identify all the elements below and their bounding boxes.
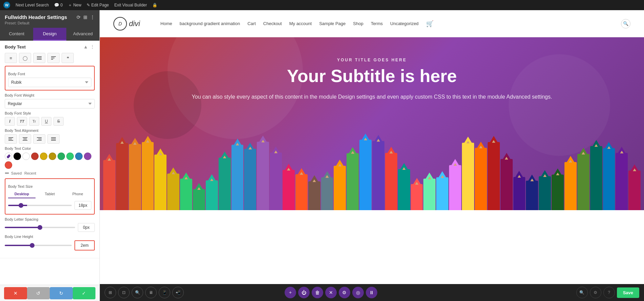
- panel-header-icons: ⟳ ⊞ ⋮: [76, 15, 95, 20]
- nav-home[interactable]: Home: [160, 21, 172, 26]
- search-icon[interactable]: 🔍: [621, 19, 630, 28]
- nav-terms[interactable]: Terms: [371, 21, 383, 26]
- align-left-btn[interactable]: [5, 134, 17, 144]
- section-header: Body Text ▲ ⋮: [5, 44, 95, 49]
- color-green[interactable]: [66, 153, 74, 160]
- underline-btn[interactable]: U: [41, 117, 51, 126]
- align-center-btn[interactable]: ≡: [5, 53, 17, 63]
- pencil: [501, 159, 513, 210]
- recent-label[interactable]: Recent: [24, 171, 36, 175]
- admin-bar-exit[interactable]: Exit Visual Builder: [114, 3, 147, 7]
- text-size-value[interactable]: 18px: [74, 201, 91, 210]
- svg-rect-2: [37, 59, 42, 60]
- builder-help-btn[interactable]: ?: [603, 287, 615, 298]
- admin-bar-new[interactable]: ＋ New: [68, 2, 81, 8]
- strikethrough-btn[interactable]: S: [53, 117, 64, 126]
- color-red-light[interactable]: [5, 161, 12, 169]
- body-text-color-section: Body Text Color: [5, 146, 95, 176]
- body-font-style-label: Body Font Style: [5, 111, 95, 115]
- svg-rect-12: [37, 137, 42, 138]
- cancel-button[interactable]: ✕: [4, 287, 27, 299]
- panel-sync-icon[interactable]: ⟳: [76, 15, 81, 20]
- builder-desktop-btn[interactable]: 🖥: [145, 287, 157, 298]
- text-format-btn2[interactable]: ◯: [19, 53, 31, 63]
- admin-bar-lock: 🔒: [152, 3, 157, 7]
- text-format-btn3[interactable]: [33, 53, 45, 63]
- builder-layout-btn[interactable]: ⊡: [118, 287, 130, 298]
- device-tab-tablet[interactable]: Tablet: [36, 190, 64, 198]
- color-green-dark[interactable]: [58, 153, 65, 160]
- color-red[interactable]: [31, 153, 39, 160]
- bold-italic-btn[interactable]: TT: [17, 117, 27, 126]
- text-format-btn4[interactable]: [47, 53, 60, 63]
- color-blue[interactable]: [75, 153, 83, 160]
- pencil: [359, 140, 372, 210]
- color-gold[interactable]: [40, 153, 47, 160]
- color-dark-gold[interactable]: [49, 153, 56, 160]
- undo-button[interactable]: ↺: [27, 287, 50, 299]
- panel-grid-icon[interactable]: ⊞: [83, 15, 87, 20]
- nav-shop[interactable]: Shop: [353, 21, 363, 26]
- nav-cart[interactable]: Cart: [247, 21, 256, 26]
- confirm-button[interactable]: ✓: [73, 287, 96, 299]
- builder-delete-btn[interactable]: 🗑: [312, 287, 323, 298]
- admin-bar-comments[interactable]: 💬 0: [54, 3, 63, 7]
- tab-advanced[interactable]: Advanced: [66, 28, 99, 41]
- tab-content[interactable]: Content: [0, 28, 33, 41]
- text-size-slider[interactable]: [8, 205, 72, 206]
- builder-config-btn[interactable]: ⚙: [590, 287, 601, 298]
- builder-close-btn[interactable]: ✕: [325, 287, 337, 298]
- caps-btn[interactable]: Tr: [29, 117, 39, 126]
- builder-search-btn[interactable]: 🔍: [132, 287, 143, 298]
- device-tab-phone[interactable]: Phone: [64, 190, 91, 198]
- nav-sample[interactable]: Sample Page: [319, 21, 346, 26]
- admin-bar-next-level[interactable]: Next Level Search: [16, 3, 49, 7]
- pencil: [116, 143, 128, 210]
- builder-zoom-btn[interactable]: 🔍: [576, 287, 588, 298]
- cart-icon[interactable]: 🛒: [426, 20, 434, 27]
- section-more-icon[interactable]: ⋮: [90, 44, 95, 49]
- dots-icon[interactable]: •••: [5, 170, 8, 176]
- section-up-icon[interactable]: ▲: [83, 44, 88, 49]
- pencil: [628, 170, 641, 210]
- align-right-btn[interactable]: [33, 134, 45, 144]
- body-font-weight-select[interactable]: Regular Bold Light: [5, 99, 95, 108]
- panel-more-icon[interactable]: ⋮: [90, 15, 95, 20]
- pencil: [244, 149, 256, 210]
- align-center-text-btn[interactable]: [19, 134, 31, 144]
- save-button[interactable]: Save: [617, 287, 639, 298]
- letter-spacing-slider[interactable]: [5, 227, 75, 228]
- builder-pause-btn[interactable]: ⏸: [366, 287, 377, 298]
- align-justify-btn[interactable]: [47, 134, 60, 144]
- builder-target-btn[interactable]: ◎: [352, 287, 364, 298]
- tab-design[interactable]: Design: [33, 28, 66, 41]
- body-font-select[interactable]: Rubik Arial Georgia: [8, 78, 91, 87]
- redo-button[interactable]: ↻: [50, 287, 73, 299]
- eyedropper-btn[interactable]: [5, 153, 12, 160]
- saved-label[interactable]: Saved: [11, 171, 22, 175]
- color-white[interactable]: [22, 153, 30, 160]
- nav-myaccount[interactable]: My account: [289, 21, 312, 26]
- builder-power-btn[interactable]: ⏻: [298, 287, 310, 298]
- wp-logo[interactable]: W: [3, 2, 10, 8]
- text-format-quote[interactable]: ❝: [62, 53, 74, 63]
- pencil: [398, 169, 410, 210]
- line-height-input[interactable]: [74, 240, 95, 250]
- nav-bg-animation[interactable]: background gradient animation: [180, 21, 240, 26]
- panel-tabs: Content Design Advanced: [0, 28, 99, 41]
- nav-checkout[interactable]: Checkout: [263, 21, 282, 26]
- panel-preset[interactable]: Preset: Default: [5, 21, 95, 25]
- builder-add-btn[interactable]: ＋: [285, 287, 296, 298]
- builder-grid-btn[interactable]: ⊞: [105, 287, 116, 298]
- builder-settings-btn[interactable]: ⚙: [339, 287, 350, 298]
- letter-spacing-value[interactable]: 0px: [78, 223, 95, 232]
- italic-btn[interactable]: I: [5, 117, 15, 126]
- builder-tablet-btn[interactable]: 📱: [159, 287, 170, 298]
- admin-bar-edit[interactable]: ✎ Edit Page: [87, 3, 109, 7]
- color-black[interactable]: [14, 153, 21, 160]
- line-height-slider[interactable]: [5, 245, 72, 246]
- device-tab-desktop[interactable]: Desktop: [8, 190, 36, 198]
- color-purple[interactable]: [84, 153, 91, 160]
- builder-phone-btn[interactable]: 📲: [172, 287, 184, 298]
- nav-uncategorized[interactable]: Uncategorized: [390, 21, 419, 26]
